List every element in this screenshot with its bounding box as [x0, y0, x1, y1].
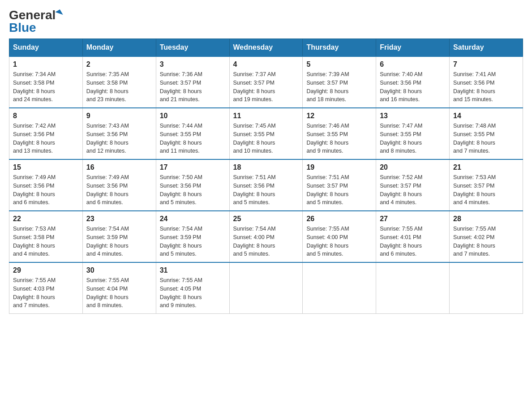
day-number: 13	[380, 112, 446, 120]
day-info: Sunrise: 7:55 AMSunset: 4:02 PMDaylight:…	[453, 225, 519, 258]
day-info: Sunrise: 7:37 AMSunset: 3:57 PMDaylight:…	[233, 70, 299, 104]
day-info: Sunrise: 7:55 AMSunset: 4:00 PMDaylight:…	[306, 225, 372, 258]
day-info: Sunrise: 7:54 AMSunset: 3:59 PMDaylight:…	[86, 225, 152, 258]
page-header: General Blue	[9, 9, 523, 34]
day-info: Sunrise: 7:45 AMSunset: 3:55 PMDaylight:…	[233, 122, 299, 155]
day-of-week-header: Wednesday	[229, 39, 303, 57]
calendar-day-cell: 25 Sunrise: 7:54 AMSunset: 4:00 PMDaylig…	[229, 211, 303, 262]
day-number: 3	[160, 60, 226, 68]
calendar-day-cell: 26 Sunrise: 7:55 AMSunset: 4:00 PMDaylig…	[303, 211, 376, 262]
calendar-day-cell: 3 Sunrise: 7:36 AMSunset: 3:57 PMDayligh…	[156, 56, 229, 108]
day-number: 11	[233, 112, 299, 120]
day-info: Sunrise: 7:52 AMSunset: 3:57 PMDaylight:…	[380, 173, 446, 207]
day-info: Sunrise: 7:49 AMSunset: 3:56 PMDaylight:…	[86, 173, 152, 207]
calendar-week-row: 22 Sunrise: 7:53 AMSunset: 3:58 PMDaylig…	[9, 211, 523, 262]
day-info: Sunrise: 7:53 AMSunset: 3:57 PMDaylight:…	[453, 173, 519, 207]
logo: General Blue	[9, 9, 62, 34]
day-info: Sunrise: 7:43 AMSunset: 3:56 PMDaylight:…	[86, 122, 152, 155]
day-number: 25	[233, 215, 299, 223]
day-info: Sunrise: 7:51 AMSunset: 3:56 PMDaylight:…	[233, 173, 299, 207]
day-number: 17	[160, 163, 226, 171]
day-info: Sunrise: 7:34 AMSunset: 3:58 PMDaylight:…	[13, 70, 79, 104]
calendar-day-cell: 17 Sunrise: 7:50 AMSunset: 3:56 PMDaylig…	[156, 159, 229, 211]
calendar-day-cell: 1 Sunrise: 7:34 AMSunset: 3:58 PMDayligh…	[9, 56, 83, 108]
day-of-week-header: Tuesday	[156, 39, 229, 57]
day-of-week-header: Friday	[376, 39, 450, 57]
calendar-day-cell: 27 Sunrise: 7:55 AMSunset: 4:01 PMDaylig…	[376, 211, 450, 262]
calendar-day-cell: 14 Sunrise: 7:48 AMSunset: 3:55 PMDaylig…	[450, 108, 523, 159]
day-number: 14	[453, 112, 519, 120]
calendar-day-cell: 30 Sunrise: 7:55 AMSunset: 4:04 PMDaylig…	[82, 262, 156, 314]
calendar-day-cell: 23 Sunrise: 7:54 AMSunset: 3:59 PMDaylig…	[82, 211, 156, 262]
day-number: 24	[160, 215, 226, 223]
day-info: Sunrise: 7:55 AMSunset: 4:03 PMDaylight:…	[13, 276, 79, 310]
calendar-day-cell	[376, 262, 450, 314]
calendar-week-row: 29 Sunrise: 7:55 AMSunset: 4:03 PMDaylig…	[9, 262, 523, 314]
day-info: Sunrise: 7:51 AMSunset: 3:57 PMDaylight:…	[306, 173, 372, 207]
day-info: Sunrise: 7:41 AMSunset: 3:56 PMDaylight:…	[453, 70, 519, 104]
day-number: 22	[13, 215, 79, 223]
day-number: 10	[160, 112, 226, 120]
day-info: Sunrise: 7:39 AMSunset: 3:57 PMDaylight:…	[306, 70, 372, 104]
day-number: 21	[453, 163, 519, 171]
calendar-day-cell: 22 Sunrise: 7:53 AMSunset: 3:58 PMDaylig…	[9, 211, 83, 262]
day-number: 16	[86, 163, 152, 171]
day-number: 19	[306, 163, 372, 171]
day-of-week-header: Saturday	[450, 39, 523, 57]
logo-general-text: General	[9, 9, 56, 21]
calendar-day-cell: 11 Sunrise: 7:45 AMSunset: 3:55 PMDaylig…	[229, 108, 303, 159]
day-number: 1	[13, 60, 79, 68]
day-number: 23	[86, 215, 152, 223]
day-number: 6	[380, 60, 446, 68]
calendar-day-cell: 2 Sunrise: 7:35 AMSunset: 3:58 PMDayligh…	[82, 56, 156, 108]
calendar-day-cell: 21 Sunrise: 7:53 AMSunset: 3:57 PMDaylig…	[450, 159, 523, 211]
day-of-week-header: Monday	[82, 39, 156, 57]
day-info: Sunrise: 7:49 AMSunset: 3:56 PMDaylight:…	[13, 173, 79, 207]
day-info: Sunrise: 7:40 AMSunset: 3:56 PMDaylight:…	[380, 70, 446, 104]
day-of-week-header: Thursday	[303, 39, 376, 57]
day-number: 26	[306, 215, 372, 223]
day-info: Sunrise: 7:48 AMSunset: 3:55 PMDaylight:…	[453, 122, 519, 155]
day-number: 18	[233, 163, 299, 171]
calendar-day-cell: 18 Sunrise: 7:51 AMSunset: 3:56 PMDaylig…	[229, 159, 303, 211]
day-number: 30	[86, 266, 152, 274]
day-number: 12	[306, 112, 372, 120]
calendar-header-row: SundayMondayTuesdayWednesdayThursdayFrid…	[9, 39, 523, 57]
calendar-week-row: 15 Sunrise: 7:49 AMSunset: 3:56 PMDaylig…	[9, 159, 523, 211]
calendar-day-cell: 12 Sunrise: 7:46 AMSunset: 3:55 PMDaylig…	[303, 108, 376, 159]
calendar-day-cell: 4 Sunrise: 7:37 AMSunset: 3:57 PMDayligh…	[229, 56, 303, 108]
day-of-week-header: Sunday	[9, 39, 83, 57]
day-number: 15	[13, 163, 79, 171]
day-number: 7	[453, 60, 519, 68]
day-info: Sunrise: 7:50 AMSunset: 3:56 PMDaylight:…	[160, 173, 226, 207]
day-number: 20	[380, 163, 446, 171]
day-info: Sunrise: 7:55 AMSunset: 4:05 PMDaylight:…	[160, 276, 226, 310]
calendar-day-cell: 9 Sunrise: 7:43 AMSunset: 3:56 PMDayligh…	[82, 108, 156, 159]
day-number: 2	[86, 60, 152, 68]
day-number: 27	[380, 215, 446, 223]
logo-blue-text: Blue	[9, 21, 36, 34]
day-info: Sunrise: 7:42 AMSunset: 3:56 PMDaylight:…	[13, 122, 79, 155]
day-number: 9	[86, 112, 152, 120]
day-number: 29	[13, 266, 79, 274]
day-number: 28	[453, 215, 519, 223]
day-number: 31	[160, 266, 226, 274]
day-info: Sunrise: 7:46 AMSunset: 3:55 PMDaylight:…	[306, 122, 372, 155]
day-info: Sunrise: 7:47 AMSunset: 3:55 PMDaylight:…	[380, 122, 446, 155]
calendar-week-row: 8 Sunrise: 7:42 AMSunset: 3:56 PMDayligh…	[9, 108, 523, 159]
day-number: 8	[13, 112, 79, 120]
calendar-table: SundayMondayTuesdayWednesdayThursdayFrid…	[9, 39, 523, 314]
calendar-day-cell: 16 Sunrise: 7:49 AMSunset: 3:56 PMDaylig…	[82, 159, 156, 211]
day-info: Sunrise: 7:35 AMSunset: 3:58 PMDaylight:…	[86, 70, 152, 104]
calendar-day-cell: 20 Sunrise: 7:52 AMSunset: 3:57 PMDaylig…	[376, 159, 450, 211]
day-info: Sunrise: 7:36 AMSunset: 3:57 PMDaylight:…	[160, 70, 226, 104]
calendar-day-cell: 6 Sunrise: 7:40 AMSunset: 3:56 PMDayligh…	[376, 56, 450, 108]
calendar-day-cell	[229, 262, 303, 314]
calendar-week-row: 1 Sunrise: 7:34 AMSunset: 3:58 PMDayligh…	[9, 56, 523, 108]
day-number: 4	[233, 60, 299, 68]
calendar-day-cell: 28 Sunrise: 7:55 AMSunset: 4:02 PMDaylig…	[450, 211, 523, 262]
calendar-day-cell: 7 Sunrise: 7:41 AMSunset: 3:56 PMDayligh…	[450, 56, 523, 108]
logo-arrow-icon	[56, 9, 63, 17]
day-info: Sunrise: 7:44 AMSunset: 3:55 PMDaylight:…	[160, 122, 226, 155]
calendar-day-cell	[303, 262, 376, 314]
